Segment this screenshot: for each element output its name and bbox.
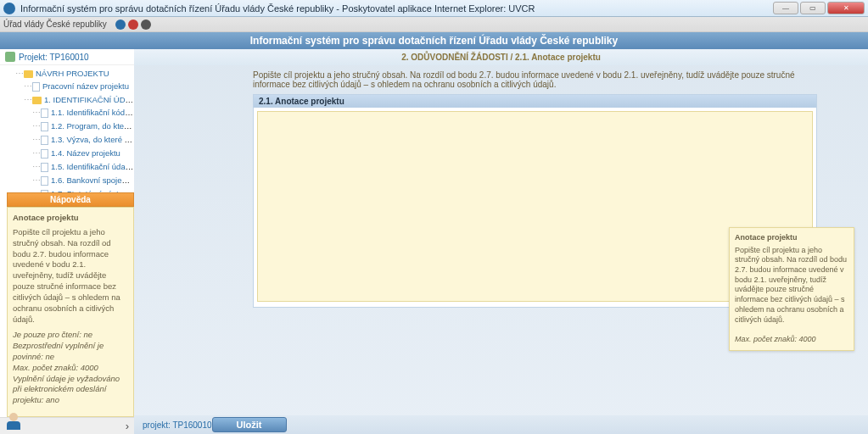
tree-node[interactable]: ⋯1. IDENTIFIKAČNÍ ÚDAJE PROJ xyxy=(3,93,134,106)
project-icon xyxy=(5,52,15,62)
page-icon xyxy=(41,176,48,186)
footer-project: projekt: TP160010 xyxy=(143,420,212,430)
maximize-button[interactable]: ▭ xyxy=(800,2,826,14)
tree-node[interactable]: ⋯1.1. Identifikační kód proje xyxy=(3,106,134,120)
help-header: Nápověda xyxy=(7,192,134,207)
tree-node[interactable]: ⋯1.3. Výzva, do které je dan xyxy=(3,133,134,147)
window-title: Informační systém pro správu dotačních ř… xyxy=(20,3,535,14)
tree-link[interactable]: 1.3. Výzva, do které je dan xyxy=(51,135,134,144)
folder-icon xyxy=(32,97,42,104)
tree-node[interactable]: ⋯1.6. Bankovní spojení ČNB xyxy=(3,174,134,187)
folder-icon xyxy=(24,70,33,78)
page-icon xyxy=(41,163,48,172)
scroll-right-button[interactable]: › xyxy=(126,420,129,432)
page-icon xyxy=(41,108,48,118)
help-title: Anotace projektu xyxy=(13,213,128,224)
sidebar: Projekt: TP160010 ⋯NÁVRH PROJEKTU⋯Pracov… xyxy=(0,49,134,434)
help-electronic: Vyplnění údaje je vyžadováno při elektro… xyxy=(13,374,120,405)
tree-link[interactable]: NÁVRH PROJEKTU xyxy=(36,69,109,78)
sidebar-footer: › xyxy=(0,417,134,434)
tree-node[interactable]: ⋯NÁVRH PROJEKTU xyxy=(3,67,134,80)
app-header: Informační systém pro správu dotačních ř… xyxy=(0,32,868,49)
footer-bar: projekt: TP160010 Uložit xyxy=(134,415,868,434)
nav-icon-2[interactable] xyxy=(128,19,138,30)
tree-link[interactable]: 1.6. Bankovní spojení ČNB xyxy=(51,175,134,185)
browser-tabbar: Úřad vlády České republiky xyxy=(0,17,868,32)
tree-link[interactable]: 1.4. Název projektu xyxy=(51,148,120,158)
page-icon xyxy=(41,136,48,145)
page-icon xyxy=(32,82,40,92)
help-body-text: Popište cíl projektu a jeho stručný obsa… xyxy=(13,227,128,325)
favicon-icon xyxy=(3,3,15,14)
help-readonly: Je pouze pro čtení: ne xyxy=(13,330,92,339)
close-button[interactable]: ✕ xyxy=(827,2,865,14)
help-panel: Nápověda Anotace projektu Popište cíl pr… xyxy=(7,192,134,417)
save-button[interactable]: Uložit xyxy=(212,417,287,432)
tree-link[interactable]: 1.5. Identifikační údaje žad xyxy=(51,162,134,171)
tree-node[interactable]: ⋯Pracovní název projektu xyxy=(3,80,134,93)
help-required: Bezprostřední vyplnění je povinné: ne xyxy=(13,341,104,361)
main-content: 2. ODŮVODNĚNÍ ŽÁDOSTI / 2.1. Anotace pro… xyxy=(134,49,868,434)
tree-link[interactable]: 1.2. Program, do kterého je xyxy=(51,121,134,131)
nav-icon-1[interactable] xyxy=(115,19,126,30)
tooltip-max: Max. počet znaků: 4000 xyxy=(735,335,816,343)
tree-link[interactable]: 1. IDENTIFIKAČNÍ ÚDAJE PROJ xyxy=(44,95,134,104)
tree-node[interactable]: ⋯1.4. Název projektu xyxy=(3,147,134,160)
minimize-button[interactable]: — xyxy=(773,2,798,14)
tree-link[interactable]: 1.1. Identifikační kód proje xyxy=(51,108,134,117)
project-label[interactable]: Projekt: TP160010 xyxy=(0,49,134,65)
nav-icon-3[interactable] xyxy=(141,19,151,30)
avatar-icon xyxy=(3,413,24,433)
browser-tab[interactable]: Úřad vlády České republiky xyxy=(3,19,107,29)
page-icon xyxy=(41,122,48,131)
tooltip-title: Anotace projektu xyxy=(735,233,848,243)
app-title: Informační systém pro správu dotačních ř… xyxy=(250,35,618,47)
tooltip-body: Popište cíl projektu a jeho stručný obsa… xyxy=(735,246,848,326)
intro-text: Popište cíl projektu a jeho stručný obsa… xyxy=(134,65,868,94)
help-maxchars: Max. počet znaků: 4000 xyxy=(13,363,98,372)
project-id: Projekt: TP160010 xyxy=(19,53,89,62)
breadcrumb: 2. ODŮVODNĚNÍ ŽÁDOSTI / 2.1. Anotace pro… xyxy=(134,49,868,65)
tree-link[interactable]: Pracovní název projektu xyxy=(42,81,129,91)
form-group-title: 2.1. Anotace projektu xyxy=(254,95,816,108)
window-titlebar: Informační systém pro správu dotačních ř… xyxy=(0,0,868,17)
field-tooltip: Anotace projektu Popište cíl projektu a … xyxy=(729,227,854,351)
tree-node[interactable]: ⋯1.2. Program, do kterého je xyxy=(3,120,134,133)
page-icon xyxy=(41,149,48,159)
tree-node[interactable]: ⋯1.5. Identifikační údaje žad xyxy=(3,160,134,174)
